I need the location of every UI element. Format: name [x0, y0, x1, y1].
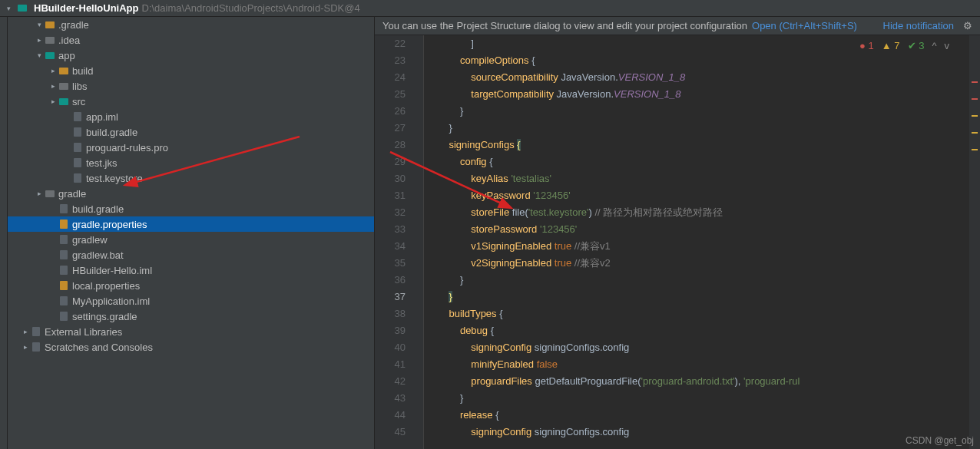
line-number[interactable]: 41 [375, 356, 406, 373]
expand-icon[interactable]: v [945, 40, 950, 51]
code-line[interactable]: minifyEnabled false [438, 356, 969, 373]
tree-item-gradle-properties[interactable]: gradle.properties [8, 216, 374, 232]
tree-item-gradlew[interactable]: gradlew [8, 232, 374, 247]
tree-item-libs[interactable]: ▸libs [8, 78, 374, 94]
warning-mark[interactable] [972, 149, 978, 150]
code-line[interactable]: keyAlias 'testalias' [438, 170, 969, 187]
line-number[interactable]: 25 [375, 86, 406, 103]
line-number[interactable]: 32 [375, 204, 406, 221]
line-number[interactable]: 23 [375, 52, 406, 69]
line-number[interactable]: 44 [375, 407, 406, 424]
collapse-icon[interactable]: ^ [932, 40, 936, 51]
open-project-structure-link[interactable]: Open (Ctrl+Alt+Shift+S) [752, 20, 857, 31]
line-number[interactable]: 34 [375, 238, 406, 255]
code-line[interactable]: compileOptions { [438, 52, 969, 69]
code-line[interactable]: storePassword '123456' [438, 221, 969, 238]
tree-item-src[interactable]: ▸src [8, 94, 374, 109]
code-line[interactable]: } [438, 272, 969, 289]
chevron-icon[interactable]: ▸ [35, 36, 43, 44]
editor[interactable]: You can use the Project Structure dialog… [375, 17, 980, 449]
code-content[interactable]: ] compileOptions { sourceCompatibility J… [424, 35, 969, 449]
line-number[interactable]: 29 [375, 154, 406, 170]
settings-icon[interactable]: ⚙ [963, 20, 972, 31]
line-number[interactable]: 28 [375, 137, 406, 154]
line-number[interactable]: 22 [375, 35, 406, 52]
inspection-status[interactable]: ● 1 ▲ 7 ✔ 3 ^ v [859, 40, 949, 51]
chevron-icon[interactable]: ▾ [35, 21, 43, 28]
code-line[interactable]: } [438, 120, 969, 137]
warning-mark[interactable] [972, 132, 978, 134]
tree-item-gradle[interactable]: ▸gradle [8, 186, 374, 201]
tree-item-gradlew-bat[interactable]: gradlew.bat [8, 247, 374, 262]
line-gutter[interactable]: 2223242526272829303132333435363738394041… [375, 35, 413, 449]
tree-item-local-properties[interactable]: local.properties [8, 278, 374, 293]
line-number[interactable]: 27 [375, 120, 406, 137]
code-line[interactable]: signingConfig signingConfigs.config [438, 424, 969, 441]
code-line[interactable]: storeFile file('test.keystore') // 路径为相对… [438, 204, 969, 221]
error-stripe[interactable] [969, 35, 980, 449]
tree-item-myapplication-iml[interactable]: MyApplication.iml [8, 293, 374, 309]
code-line[interactable]: keyPassword '123456' [438, 187, 969, 204]
line-number[interactable]: 31 [375, 187, 406, 204]
code-line[interactable]: v2SigningEnabled true //兼容v2 [438, 255, 969, 272]
tree-item-hbuilder-hello-iml[interactable]: HBuilder-Hello.iml [8, 262, 374, 278]
line-number[interactable]: 30 [375, 170, 406, 187]
line-number[interactable]: 40 [375, 339, 406, 356]
tree-item-build-gradle[interactable]: build.gradle [8, 201, 374, 216]
code-line[interactable]: proguardFiles getDefaultProguardFile('pr… [438, 373, 969, 390]
line-number[interactable]: 26 [375, 103, 406, 120]
line-number[interactable]: 36 [375, 272, 406, 289]
line-number[interactable]: 38 [375, 305, 406, 322]
tree-item-scratches-and-consoles[interactable]: ▸Scratches and Consoles [8, 339, 374, 355]
code-line[interactable]: config { [438, 154, 969, 170]
tree-item-app[interactable]: ▾app [8, 48, 374, 63]
code-line[interactable]: targetCompatibility JavaVersion.VERSION_… [438, 86, 969, 103]
chevron-icon[interactable]: ▸ [49, 82, 57, 90]
code-line[interactable]: } [438, 390, 969, 407]
code-line[interactable]: debug { [438, 322, 969, 339]
chevron-icon[interactable]: ▸ [49, 67, 57, 74]
error-badge[interactable]: ● 1 [859, 40, 874, 51]
tree-item-external-libraries[interactable]: ▸External Libraries [8, 324, 374, 339]
tree-item-settings-gradle[interactable]: settings.gradle [8, 309, 374, 324]
chevron-icon[interactable]: ▾ [35, 51, 43, 59]
tree-item-app-iml[interactable]: app.iml [8, 109, 374, 124]
tree-item-build[interactable]: ▸build [8, 63, 374, 78]
tree-item-test-keystore[interactable]: test.keystore [8, 170, 374, 186]
line-number[interactable]: 33 [375, 221, 406, 238]
tree-item-proguard-rules-pro[interactable]: proguard-rules.pro [8, 140, 374, 155]
code-line[interactable]: } [438, 103, 969, 120]
chevron-icon[interactable]: ▸ [22, 328, 29, 335]
code-line[interactable]: sourceCompatibility JavaVersion.VERSION_… [438, 69, 969, 86]
line-number[interactable]: 37 [375, 289, 406, 305]
line-number[interactable]: 43 [375, 390, 406, 407]
hide-notification-link[interactable]: Hide notification [883, 20, 955, 31]
code-line[interactable]: buildTypes { [438, 305, 969, 322]
line-number[interactable]: 35 [375, 255, 406, 272]
warning-mark[interactable] [972, 115, 978, 117]
error-mark[interactable] [972, 98, 978, 100]
code-line[interactable]: v1SigningEnabled true //兼容v1 [438, 238, 969, 255]
line-number[interactable]: 24 [375, 69, 406, 86]
project-tree[interactable]: ▾.gradle▸.idea▾app▸build▸libs▸srcapp.iml… [8, 17, 375, 449]
tree-item--idea[interactable]: ▸.idea [8, 32, 374, 48]
tree-item--gradle[interactable]: ▾.gradle [8, 17, 374, 32]
tool-window-stripe[interactable] [0, 17, 8, 449]
chevron-icon[interactable]: ▸ [35, 190, 43, 197]
warning-badge[interactable]: ▲ 7 [882, 40, 900, 51]
chevron-down-icon[interactable]: ▾ [5, 5, 12, 12]
line-number[interactable]: 42 [375, 373, 406, 390]
fold-gutter[interactable] [413, 35, 424, 449]
tree-item-build-gradle[interactable]: build.gradle [8, 124, 374, 140]
chevron-icon[interactable]: ▸ [22, 343, 29, 351]
code-line[interactable]: release { [438, 407, 969, 424]
tree-item-test-jks[interactable]: test.jks [8, 155, 374, 170]
ok-badge[interactable]: ✔ 3 [908, 40, 925, 51]
code-line[interactable]: signingConfigs { [438, 137, 969, 154]
line-number[interactable]: 45 [375, 424, 406, 441]
code-line[interactable]: } [438, 289, 969, 305]
error-mark[interactable] [972, 81, 978, 83]
chevron-icon[interactable]: ▸ [49, 97, 57, 105]
code-line[interactable]: signingConfig signingConfigs.config [438, 339, 969, 356]
line-number[interactable]: 39 [375, 322, 406, 339]
